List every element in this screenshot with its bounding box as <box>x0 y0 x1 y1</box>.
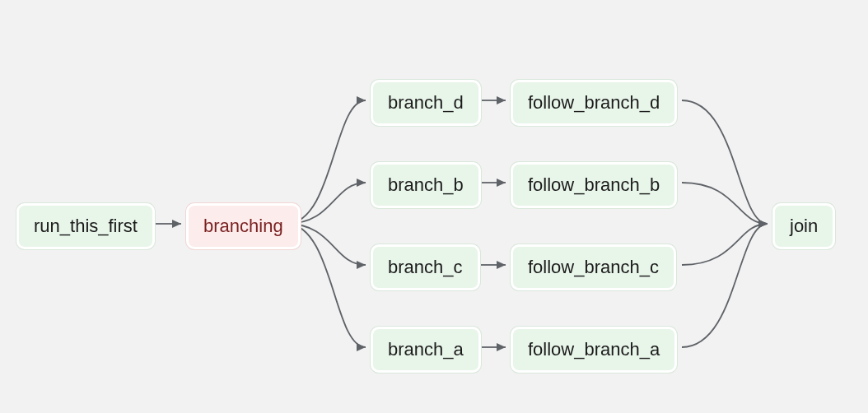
node-branch_b[interactable]: branch_b <box>371 162 481 208</box>
node-branch_c[interactable]: branch_c <box>371 244 480 290</box>
edge-follow_d-join <box>682 100 768 224</box>
node-label: join <box>790 216 818 236</box>
node-label: follow_branch_b <box>528 174 660 195</box>
node-label: branch_d <box>388 92 464 113</box>
node-run_this_first[interactable]: run_this_first <box>16 203 155 249</box>
node-branch_a[interactable]: branch_a <box>371 327 481 373</box>
node-join[interactable]: join <box>772 203 835 249</box>
node-label: branch_c <box>388 257 463 277</box>
node-label: follow_branch_a <box>528 339 660 360</box>
node-branching[interactable]: branching <box>186 203 301 249</box>
node-follow_branch_d[interactable]: follow_branch_d <box>511 80 677 126</box>
edge-follow_a-join <box>682 224 768 347</box>
edge-follow_c-join <box>682 224 768 265</box>
dag-diagram: { "nodes": { "run_this_first": "run_this… <box>0 0 868 413</box>
node-follow_branch_a[interactable]: follow_branch_a <box>511 327 677 373</box>
node-label: follow_branch_c <box>528 257 659 277</box>
node-follow_branch_b[interactable]: follow_branch_b <box>511 162 677 208</box>
node-label: branching <box>203 216 283 236</box>
node-label: branch_a <box>388 339 464 360</box>
node-label: follow_branch_d <box>528 92 660 113</box>
node-follow_branch_c[interactable]: follow_branch_c <box>511 244 676 290</box>
node-branch_d[interactable]: branch_d <box>371 80 481 126</box>
node-label: branch_b <box>388 174 464 195</box>
edge-follow_b-join <box>682 183 768 224</box>
node-label: run_this_first <box>34 216 138 236</box>
